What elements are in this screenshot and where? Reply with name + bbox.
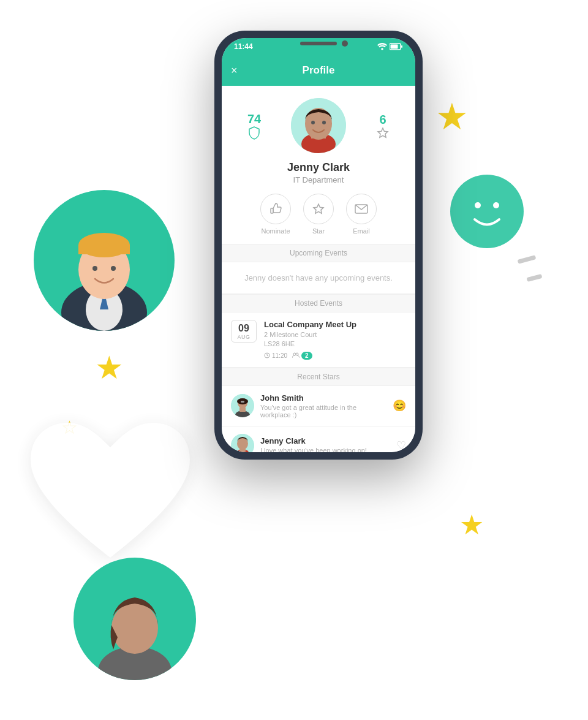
decorative-dash-1 (518, 255, 537, 264)
star-stat: 6 (364, 113, 401, 139)
hosted-events-header: Hosted Events (222, 294, 415, 313)
phone-notch-camera (342, 40, 348, 47)
svg-point-10 (92, 266, 97, 271)
star-name-2: Jenny Clark (260, 436, 390, 445)
star-name-1: John Smith (260, 393, 386, 403)
svg-rect-9 (78, 245, 130, 254)
heart-decoration (18, 404, 202, 576)
profile-department: IT Department (293, 175, 344, 184)
svg-rect-18 (401, 45, 402, 48)
star-message-1: You've got a great attitude in the workp… (260, 404, 386, 419)
svg-point-1 (475, 202, 481, 208)
star-item-2: Jenny Clark I love what you've been work… (222, 426, 415, 452)
recent-stars-header: Recent Stars (222, 368, 415, 386)
profile-avatar-image (291, 98, 346, 153)
svg-marker-25 (378, 128, 388, 137)
header-bar: × Profile (222, 55, 415, 86)
star-reaction-1: 😊 (393, 399, 406, 412)
john-smith-avatar (231, 394, 254, 417)
thumbs-up-icon (269, 202, 282, 216)
event-address: 2 Milestone Court LS28 6HE (264, 330, 406, 349)
star-text-1: John Smith You've got a great attitude i… (260, 393, 386, 419)
event-day: 09 (232, 322, 256, 334)
star-text-2: Jenny Clark I love what you've been work… (260, 436, 390, 452)
svg-point-2 (493, 202, 499, 208)
decorative-star-3: ★ (459, 509, 484, 541)
star-icon (312, 202, 325, 216)
svg-rect-17 (391, 45, 398, 49)
svg-point-14 (111, 602, 158, 654)
svg-point-15 (381, 48, 383, 50)
svg-point-30 (293, 353, 296, 355)
page-title: Profile (303, 64, 335, 77)
decorative-dash-2 (527, 274, 543, 282)
shield-stat: 74 (236, 112, 273, 140)
clock-icon (264, 352, 270, 358)
man-avatar-circle (34, 190, 175, 331)
status-bar: 11:44 (222, 38, 415, 55)
shield-score: 74 (247, 112, 261, 126)
email-label: Email (353, 227, 370, 235)
email-icon (355, 202, 368, 216)
event-time-value: 11:20 (272, 352, 287, 359)
svg-point-41 (237, 438, 248, 450)
upcoming-events-header: Upcoming Events (222, 244, 415, 262)
svg-rect-37 (241, 401, 244, 403)
email-action[interactable]: Email (346, 194, 377, 235)
svg-rect-26 (271, 208, 273, 213)
people-icon (292, 352, 300, 358)
svg-point-23 (311, 121, 315, 124)
event-address-line2: LS28 6HE (264, 340, 295, 347)
event-address-line1: 2 Milestone Court (264, 331, 317, 338)
star-avatar-1 (231, 394, 254, 417)
star-action[interactable]: Star (303, 194, 334, 235)
event-month: AUG (232, 334, 256, 340)
phone-notch-speaker (300, 42, 337, 45)
profile-name: Jenny Clark (287, 161, 350, 174)
jenny-clark-avatar-2 (231, 434, 254, 452)
background: ★ ★ ★ ☆ (0, 0, 588, 720)
profile-avatar (291, 98, 346, 153)
event-attendees: 2 (292, 352, 312, 360)
status-time: 11:44 (234, 42, 253, 51)
svg-rect-35 (239, 407, 246, 412)
battery-icon (390, 43, 403, 50)
star-score: 6 (379, 113, 386, 127)
woman-avatar-circle (74, 558, 196, 680)
scroll-content[interactable]: 74 (222, 86, 415, 452)
phone-device: 11:44 (214, 31, 423, 460)
upcoming-events-empty: Jenny doesn't have any upcoming events. (222, 262, 415, 294)
star-label: Star (312, 227, 325, 235)
event-meta: 11:20 2 (264, 352, 406, 360)
svg-point-24 (322, 121, 326, 124)
svg-point-0 (450, 175, 524, 248)
shield-icon (248, 126, 260, 140)
nominate-action[interactable]: Nominate (260, 194, 291, 235)
action-buttons: Nominate Star (260, 194, 377, 235)
smiley-decoration (447, 172, 527, 251)
event-date-box: 09 AUG (231, 320, 257, 343)
star-avatar-2 (231, 434, 254, 452)
star-button[interactable] (303, 194, 334, 224)
phone-screen: 11:44 (222, 38, 415, 452)
svg-point-11 (111, 266, 116, 271)
star-message-2: I love what you've been working on! (260, 447, 390, 452)
nominate-label: Nominate (261, 227, 290, 235)
wifi-icon (377, 43, 387, 50)
star-reaction-2: ♡ (396, 439, 406, 452)
decorative-star-2: ★ (95, 349, 124, 386)
svg-point-31 (296, 353, 298, 355)
event-details: Local Company Meet Up 2 Milestone Court … (264, 320, 406, 360)
profile-header: 74 (222, 86, 415, 244)
decorative-star-1: ★ (435, 95, 469, 138)
nominate-button[interactable] (260, 194, 291, 224)
profile-stats-row: 74 (231, 98, 406, 153)
email-button[interactable] (346, 194, 377, 224)
close-button[interactable]: × (231, 64, 238, 77)
event-item: 09 AUG Local Company Meet Up 2 Milestone… (222, 313, 415, 368)
event-time: 11:20 (264, 352, 287, 359)
status-icons (377, 43, 403, 50)
star-stat-icon (377, 127, 389, 139)
phone-frame: 11:44 (214, 31, 423, 460)
svg-marker-27 (314, 204, 323, 213)
